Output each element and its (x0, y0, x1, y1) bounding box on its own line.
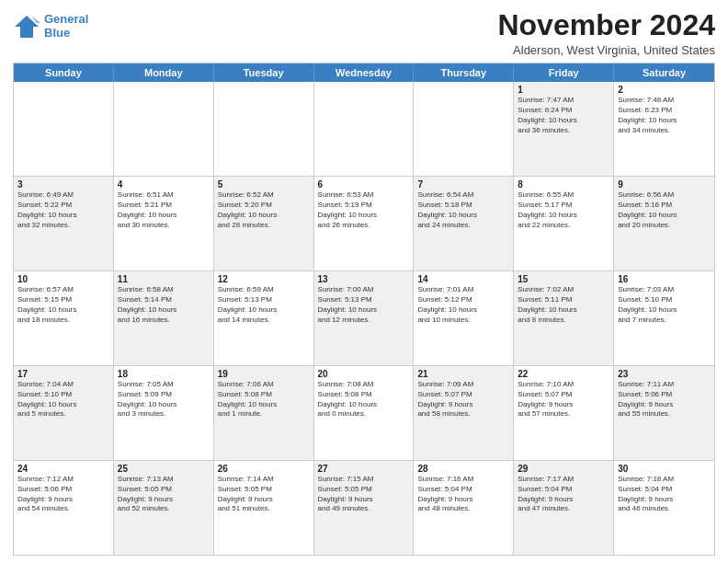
day-info: Sunrise: 6:55 AM Sunset: 5:17 PM Dayligh… (518, 190, 609, 230)
day-number: 13 (318, 274, 410, 284)
day-info: Sunrise: 7:16 AM Sunset: 5:04 PM Dayligh… (417, 475, 509, 514)
day-number: 21 (417, 369, 509, 379)
logo-line2: Blue (44, 26, 70, 40)
day-cell-16: 16Sunrise: 7:03 AM Sunset: 5:10 PM Dayli… (614, 271, 714, 365)
day-header-monday: Monday (114, 63, 214, 82)
calendar-row-4: 24Sunrise: 7:12 AM Sunset: 5:06 PM Dayli… (14, 460, 714, 555)
day-info: Sunrise: 7:12 AM Sunset: 5:06 PM Dayligh… (17, 475, 109, 514)
day-info: Sunrise: 7:15 AM Sunset: 5:05 PM Dayligh… (318, 475, 410, 514)
day-info: Sunrise: 6:52 AM Sunset: 5:20 PM Dayligh… (218, 190, 310, 230)
day-cell-15: 15Sunrise: 7:02 AM Sunset: 5:11 PM Dayli… (514, 271, 614, 365)
day-number: 12 (218, 274, 310, 284)
day-info: Sunrise: 7:17 AM Sunset: 5:04 PM Dayligh… (518, 475, 609, 514)
day-number: 8 (518, 179, 609, 190)
day-cell-12: 12Sunrise: 6:59 AM Sunset: 5:13 PM Dayli… (214, 271, 314, 365)
day-info: Sunrise: 7:09 AM Sunset: 5:07 PM Dayligh… (417, 380, 509, 419)
day-header-tuesday: Tuesday (214, 63, 314, 82)
day-number: 24 (17, 464, 109, 474)
day-info: Sunrise: 6:53 AM Sunset: 5:19 PM Dayligh… (318, 190, 410, 230)
day-number: 25 (118, 464, 210, 474)
day-cell-4: 4Sunrise: 6:51 AM Sunset: 5:21 PM Daylig… (114, 177, 214, 270)
day-cell-22: 22Sunrise: 7:10 AM Sunset: 5:07 PM Dayli… (514, 366, 614, 460)
day-number: 29 (518, 464, 609, 474)
day-cell-19: 19Sunrise: 7:06 AM Sunset: 5:08 PM Dayli… (214, 366, 314, 460)
day-info: Sunrise: 7:18 AM Sunset: 5:04 PM Dayligh… (618, 475, 711, 514)
day-number: 16 (618, 274, 711, 284)
day-cell-9: 9Sunrise: 6:56 AM Sunset: 5:16 PM Daylig… (614, 177, 714, 270)
calendar-header: SundayMondayTuesdayWednesdayThursdayFrid… (14, 63, 714, 82)
day-header-thursday: Thursday (414, 63, 514, 82)
day-info: Sunrise: 7:47 AM Sunset: 6:24 PM Dayligh… (518, 96, 609, 135)
day-cell-3: 3Sunrise: 6:49 AM Sunset: 5:22 PM Daylig… (14, 177, 114, 270)
day-number: 10 (17, 274, 109, 284)
day-header-sunday: Sunday (14, 63, 114, 82)
day-number: 2 (618, 85, 711, 95)
day-cell-24: 24Sunrise: 7:12 AM Sunset: 5:06 PM Dayli… (14, 461, 114, 555)
day-cell-25: 25Sunrise: 7:13 AM Sunset: 5:05 PM Dayli… (114, 461, 214, 555)
day-cell-23: 23Sunrise: 7:11 AM Sunset: 5:06 PM Dayli… (614, 366, 714, 460)
day-cell-17: 17Sunrise: 7:04 AM Sunset: 5:10 PM Dayli… (14, 366, 114, 460)
day-number: 15 (518, 274, 609, 284)
day-cell-26: 26Sunrise: 7:14 AM Sunset: 5:05 PM Dayli… (214, 461, 314, 555)
empty-cell-0-2 (214, 82, 314, 176)
day-cell-7: 7Sunrise: 6:54 AM Sunset: 5:18 PM Daylig… (414, 177, 514, 270)
day-cell-11: 11Sunrise: 6:58 AM Sunset: 5:14 PM Dayli… (114, 271, 214, 365)
calendar-row-2: 10Sunrise: 6:57 AM Sunset: 5:15 PM Dayli… (14, 270, 714, 365)
day-info: Sunrise: 7:05 AM Sunset: 5:09 PM Dayligh… (118, 380, 210, 419)
logo: General Blue (13, 13, 88, 40)
day-info: Sunrise: 7:01 AM Sunset: 5:12 PM Dayligh… (417, 285, 509, 325)
day-info: Sunrise: 6:56 AM Sunset: 5:16 PM Dayligh… (618, 190, 711, 230)
day-number: 6 (318, 179, 410, 190)
day-number: 27 (318, 464, 410, 474)
day-cell-18: 18Sunrise: 7:05 AM Sunset: 5:09 PM Dayli… (114, 366, 214, 460)
day-info: Sunrise: 7:06 AM Sunset: 5:08 PM Dayligh… (218, 380, 310, 419)
empty-cell-0-4 (414, 82, 514, 176)
day-info: Sunrise: 6:59 AM Sunset: 5:13 PM Dayligh… (218, 285, 310, 325)
logo-text: General Blue (44, 13, 88, 40)
title-block: November 2024 Alderson, West Virginia, U… (497, 9, 715, 57)
day-cell-14: 14Sunrise: 7:01 AM Sunset: 5:12 PM Dayli… (414, 271, 514, 365)
day-number: 1 (518, 85, 609, 95)
day-info: Sunrise: 7:14 AM Sunset: 5:05 PM Dayligh… (218, 475, 310, 514)
day-info: Sunrise: 7:02 AM Sunset: 5:11 PM Dayligh… (518, 285, 609, 325)
day-number: 7 (417, 179, 509, 190)
day-info: Sunrise: 7:10 AM Sunset: 5:07 PM Dayligh… (518, 380, 609, 419)
empty-cell-0-0 (14, 82, 114, 176)
calendar-row-0: 1Sunrise: 7:47 AM Sunset: 6:24 PM Daylig… (14, 82, 714, 176)
empty-cell-0-3 (314, 82, 415, 176)
day-info: Sunrise: 7:00 AM Sunset: 5:13 PM Dayligh… (318, 285, 410, 325)
day-number: 14 (417, 274, 509, 284)
day-info: Sunrise: 6:51 AM Sunset: 5:21 PM Dayligh… (118, 190, 210, 230)
day-cell-28: 28Sunrise: 7:16 AM Sunset: 5:04 PM Dayli… (414, 461, 514, 555)
day-cell-8: 8Sunrise: 6:55 AM Sunset: 5:17 PM Daylig… (514, 177, 614, 270)
calendar-row-1: 3Sunrise: 6:49 AM Sunset: 5:22 PM Daylig… (14, 176, 714, 270)
day-header-saturday: Saturday (614, 63, 714, 82)
day-info: Sunrise: 6:54 AM Sunset: 5:18 PM Dayligh… (417, 190, 509, 230)
calendar-body: 1Sunrise: 7:47 AM Sunset: 6:24 PM Daylig… (14, 82, 714, 555)
day-number: 18 (118, 369, 210, 379)
day-number: 28 (417, 464, 509, 474)
day-header-wednesday: Wednesday (314, 63, 415, 82)
day-cell-29: 29Sunrise: 7:17 AM Sunset: 5:04 PM Dayli… (514, 461, 614, 555)
day-info: Sunrise: 7:13 AM Sunset: 5:05 PM Dayligh… (118, 475, 210, 514)
day-cell-30: 30Sunrise: 7:18 AM Sunset: 5:04 PM Dayli… (614, 461, 714, 555)
logo-line1: General (44, 12, 88, 26)
day-number: 23 (618, 369, 711, 379)
day-number: 22 (518, 369, 609, 379)
day-cell-20: 20Sunrise: 7:08 AM Sunset: 5:08 PM Dayli… (314, 366, 415, 460)
day-cell-6: 6Sunrise: 6:53 AM Sunset: 5:19 PM Daylig… (314, 177, 415, 270)
day-info: Sunrise: 7:08 AM Sunset: 5:08 PM Dayligh… (318, 380, 410, 419)
day-number: 20 (318, 369, 410, 379)
day-cell-1: 1Sunrise: 7:47 AM Sunset: 6:24 PM Daylig… (514, 82, 614, 176)
day-number: 30 (618, 464, 711, 474)
day-cell-13: 13Sunrise: 7:00 AM Sunset: 5:13 PM Dayli… (314, 271, 415, 365)
empty-cell-0-1 (114, 82, 214, 176)
day-info: Sunrise: 6:58 AM Sunset: 5:14 PM Dayligh… (118, 285, 210, 325)
day-info: Sunrise: 6:57 AM Sunset: 5:15 PM Dayligh… (17, 285, 109, 325)
calendar: SundayMondayTuesdayWednesdayThursdayFrid… (13, 63, 715, 556)
day-info: Sunrise: 7:11 AM Sunset: 5:06 PM Dayligh… (618, 380, 711, 419)
page: General Blue November 2024 Alderson, Wes… (0, 0, 728, 563)
day-info: Sunrise: 7:04 AM Sunset: 5:10 PM Dayligh… (17, 380, 109, 419)
day-cell-27: 27Sunrise: 7:15 AM Sunset: 5:05 PM Dayli… (314, 461, 415, 555)
month-title: November 2024 (497, 9, 715, 41)
